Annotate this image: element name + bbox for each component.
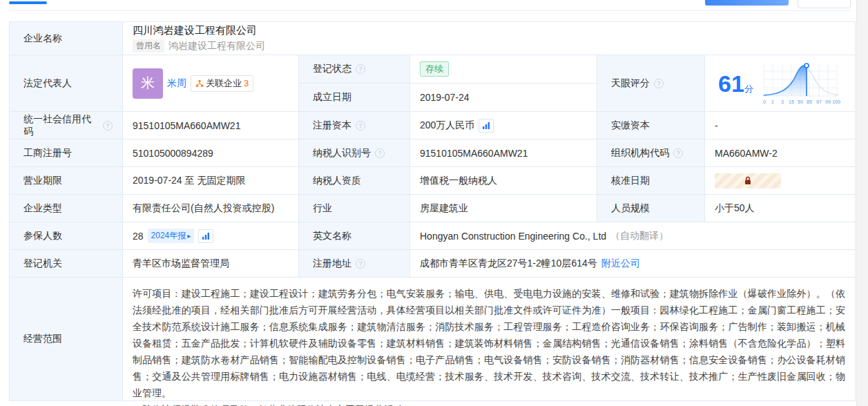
field-value: 小于50人 (715, 202, 755, 215)
staff-size-label: 人员规模 (597, 195, 704, 222)
svg-text:85: 85 (807, 99, 812, 104)
field-value: 成都市青羊区青龙区27号1-2幢10层614号 (420, 258, 597, 270)
business-scope-cell: 许可项目：建设工程施工；建设工程设计；建筑劳务分包；电气安装服务；输电、供电、受… (123, 278, 855, 400)
paid-capital-label: 实缴资本 (597, 112, 704, 139)
insured-count-cell: 28 2024年报 ▸ (123, 222, 298, 249)
field-label: 统一社会信用代码 (23, 113, 99, 138)
staff-size-cell: 小于50人 (705, 195, 855, 222)
field-label: 工商注册号 (23, 147, 72, 160)
field-label: 纳税人识别号 (313, 147, 371, 160)
industry-cell: 房屋建筑业 (410, 195, 597, 222)
bar-chart-icon (482, 122, 490, 130)
card-divider (9, 10, 851, 11)
insured-count-label: 参保人数 (10, 222, 122, 249)
field-label: 行业 (313, 202, 332, 215)
related-label: 关联企业 (206, 77, 242, 90)
taxpayer-id-cell: 91510105MA660AMW21 (410, 139, 597, 166)
help-icon[interactable]: ? (103, 121, 113, 130)
business-scope-label: 经营范围 (10, 278, 122, 400)
score-unit: 分 (744, 84, 753, 94)
svg-text:97: 97 (816, 99, 822, 104)
field-label: 经营范围 (23, 333, 62, 345)
svg-text:99: 99 (825, 99, 831, 104)
reg-status-cell: 存续 (410, 55, 597, 83)
field-label: 登记状态 (313, 63, 351, 75)
org-code-label: 组织机构代码 ? (597, 139, 704, 166)
related-count: 3 (244, 78, 249, 88)
field-value: 510105000894289 (133, 148, 213, 159)
field-label: 实缴资本 (611, 119, 650, 132)
reg-authority-cell: 青羊区市场监督管理局 (123, 250, 298, 277)
secondary-action-button-partial[interactable] (798, 0, 851, 8)
field-label: 人员规模 (611, 202, 650, 215)
field-label: 天眼评分 (611, 77, 650, 90)
legal-rep-label: 法定代表人 (10, 55, 122, 111)
tianyan-score-cell[interactable]: 61分 0 1 3 (705, 55, 855, 111)
field-value: 增值税一般纳税人 (420, 175, 497, 187)
score-distribution-chart: 0 1 3 15 50 85 97 99 100 (762, 61, 842, 106)
field-value: 91510105MA660AMW21 (133, 120, 240, 131)
reg-address-label: 注册地址 ? (299, 250, 409, 277)
related-companies-button[interactable]: 关联企业 3 (191, 75, 253, 92)
field-value: 青羊区市场监督管理局 (133, 258, 229, 270)
reg-number-label: 工商注册号 (10, 139, 122, 166)
active-tab-indicator[interactable] (9, 1, 47, 4)
field-value: 2019-07-24 至 无固定期限 (133, 175, 245, 187)
taxpayer-id-label: 纳税人识别号 ? (299, 139, 409, 166)
auto-translate-note: （自动翻译） (610, 230, 668, 242)
reg-capital-cell: 200万人民币 (410, 112, 597, 139)
field-label: 法定代表人 (23, 77, 72, 90)
lock-icon (743, 176, 753, 185)
field-label: 注册地址 (313, 258, 351, 270)
org-chart-icon (195, 79, 204, 88)
avatar[interactable]: 米 (133, 68, 163, 99)
field-label: 成立日期 (313, 91, 351, 104)
insured-trend-button[interactable] (198, 229, 213, 243)
org-code-cell: MA660AMW-2 (705, 139, 855, 166)
company-name-cell: 四川鸿岩建设工程有限公司 曾用名 鸿岩建设工程有限公司 (123, 22, 855, 55)
paid-capital-cell: - (705, 112, 855, 139)
nearby-companies-link[interactable]: 附近公司 (601, 258, 640, 270)
score-marker-dot (804, 64, 809, 68)
former-name: 鸿岩建设工程有限公司 (168, 40, 265, 52)
reg-authority-label: 登记机关 (10, 250, 122, 277)
company-name: 四川鸿岩建设工程有限公司 (133, 24, 257, 37)
field-label: 纳税人资质 (313, 175, 361, 187)
field-label: 英文名称 (313, 230, 351, 242)
field-label: 注册资本 (313, 119, 351, 132)
field-label: 组织机构代码 (611, 147, 669, 160)
help-icon[interactable]: ? (375, 148, 385, 158)
field-label: 参保人数 (23, 230, 62, 242)
field-value: 200万人民币 (420, 119, 474, 132)
help-icon[interactable]: ? (673, 148, 683, 158)
company-type-label: 企业类型 (10, 195, 122, 222)
help-icon[interactable]: ? (356, 121, 365, 130)
legal-rep-link[interactable]: 米周 (167, 77, 186, 90)
reg-status-label: 登记状态 ? (299, 55, 409, 83)
field-label: 登记机关 (23, 258, 62, 270)
help-icon[interactable]: ? (356, 64, 365, 74)
former-name-badge: 曾用名 (133, 39, 164, 52)
annual-report-badge[interactable]: 2024年报 ▸ (148, 229, 195, 243)
credit-code-label: 统一社会信用代码 ? (10, 112, 122, 139)
help-icon[interactable]: ? (356, 259, 365, 269)
reg-number-cell: 510105000894289 (123, 139, 298, 166)
field-value: MA660AMW-2 (715, 148, 778, 159)
field-value: - (715, 120, 718, 131)
approval-date-cell (705, 167, 855, 194)
field-label: 核准日期 (611, 175, 650, 187)
field-label: 营业期限 (23, 175, 62, 187)
locked-value[interactable] (715, 173, 781, 188)
primary-action-button-partial[interactable] (705, 0, 789, 6)
field-value: 2019-07-24 (420, 92, 470, 103)
caret-right-icon: ▸ (187, 232, 191, 240)
reg-address-cell: 成都市青羊区青龙区27号1-2幢10层614号 附近公司 (410, 250, 855, 277)
help-icon[interactable]: ? (654, 79, 664, 88)
english-name-label: 英文名称 (299, 222, 409, 249)
svg-text:15: 15 (789, 99, 794, 104)
business-term-label: 营业期限 (10, 167, 122, 194)
reg-capital-label: 注册资本 ? (299, 112, 409, 139)
capital-trend-button[interactable] (479, 119, 494, 133)
field-value: 91510105MA660AMW21 (420, 148, 528, 159)
field-label: 企业名称 (23, 32, 62, 45)
